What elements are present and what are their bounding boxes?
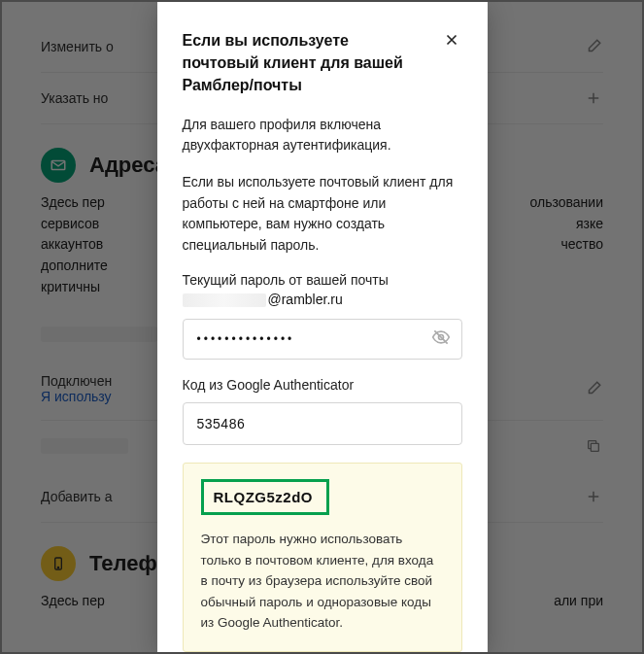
- close-icon[interactable]: [441, 29, 462, 54]
- email-local-blurred: [183, 293, 266, 307]
- current-password-label: Текущий пароль от вашей почты: [183, 272, 462, 288]
- auth-code-input[interactable]: [183, 402, 462, 445]
- email-display: @rambler.ru: [183, 292, 462, 307]
- generated-password: RLQZG5z2dO: [201, 479, 330, 515]
- generated-password-box: RLQZG5z2dO Этот пароль нужно использоват…: [183, 463, 462, 652]
- auth-code-label: Код из Google Authenticator: [183, 377, 462, 393]
- password-input[interactable]: [183, 319, 462, 360]
- eye-off-icon[interactable]: [431, 327, 451, 351]
- modal-paragraph: Для вашего профиля включена двухфакторна…: [183, 115, 462, 156]
- password-note: Этот пароль нужно использовать только в …: [201, 529, 444, 634]
- mail-client-modal: Если вы используете почтовый клиент для …: [157, 2, 488, 652]
- modal-title: Если вы используете почтовый клиент для …: [183, 29, 429, 97]
- email-domain: @rambler.ru: [268, 292, 343, 307]
- modal-paragraph: Если вы используете почтовый клиент для …: [183, 172, 462, 257]
